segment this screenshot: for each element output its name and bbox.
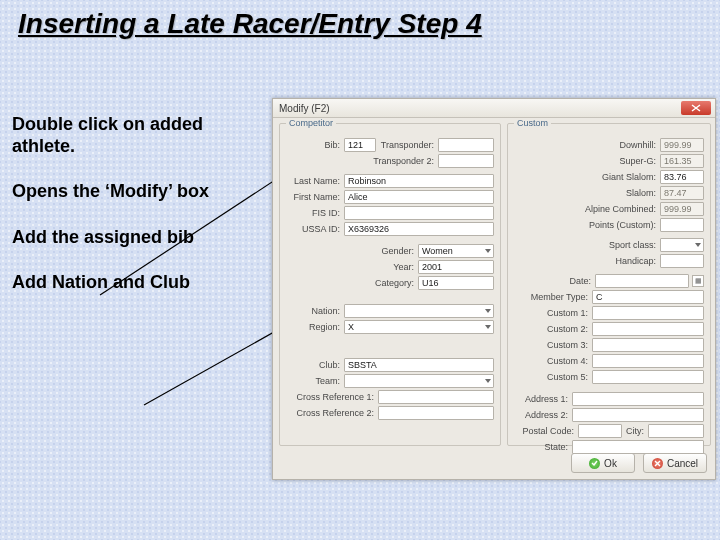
state-input[interactable] <box>572 440 704 454</box>
crossref2-label: Cross Reference 2: <box>288 408 378 418</box>
close-button[interactable] <box>681 101 711 115</box>
custom5-input[interactable] <box>592 370 704 384</box>
gs-label: Giant Slalom: <box>584 172 660 182</box>
transponder2-label: Transponder 2: <box>288 156 438 166</box>
region-select[interactable]: X <box>344 320 494 334</box>
custom-group: Custom Downhill:999.99 Super-G:161.35 Gi… <box>507 118 711 446</box>
gender-label: Gender: <box>362 246 418 256</box>
crossref1-label: Cross Reference 1: <box>288 392 378 402</box>
custom1-label: Custom 1: <box>516 308 592 318</box>
custom1-input[interactable] <box>592 306 704 320</box>
cancel-label: Cancel <box>667 458 698 469</box>
transponder-input[interactable] <box>438 138 494 152</box>
custom2-input[interactable] <box>592 322 704 336</box>
ok-button[interactable]: Ok <box>571 453 635 473</box>
category-input[interactable]: U16 <box>418 276 494 290</box>
ok-label: Ok <box>604 458 617 469</box>
address2-input[interactable] <box>572 408 704 422</box>
date-label: Date: <box>519 276 595 286</box>
category-label: Category: <box>362 278 418 288</box>
pointscustom-label: Points (Custom): <box>584 220 660 230</box>
postal-input[interactable] <box>578 424 622 438</box>
year-label: Year: <box>362 262 418 272</box>
instruction-3: Add the assigned bib <box>12 227 252 249</box>
ussaid-label: USSA ID: <box>288 224 344 234</box>
ac-label: Alpine Combined: <box>584 204 660 214</box>
bib-label: Bib: <box>288 140 344 150</box>
instruction-list: Double click on added athlete. Opens the… <box>12 114 252 318</box>
club-label: Club: <box>288 360 344 370</box>
membertype-input[interactable]: C <box>592 290 704 304</box>
transponder2-input[interactable] <box>438 154 494 168</box>
year-input[interactable]: 2001 <box>418 260 494 274</box>
sportclass-label: Sport class: <box>584 240 660 250</box>
custom5-label: Custom 5: <box>516 372 592 382</box>
slalom-label: Slalom: <box>584 188 660 198</box>
membertype-label: Member Type: <box>516 292 592 302</box>
address2-label: Address 2: <box>516 410 572 420</box>
handicap-input[interactable] <box>660 254 704 268</box>
team-label: Team: <box>288 376 344 386</box>
checkmark-icon <box>589 458 600 469</box>
modify-dialog: Modify (F2) Competitor Bib:121Transponde… <box>272 98 716 480</box>
postal-label: Postal Code: <box>522 426 578 436</box>
fisid-label: FIS ID: <box>288 208 344 218</box>
sportclass-select[interactable] <box>660 238 704 252</box>
instruction-2: Opens the ‘Modify’ box <box>12 181 252 203</box>
cancel-button[interactable]: Cancel <box>643 453 707 473</box>
date-input[interactable] <box>595 274 689 288</box>
instruction-1: Double click on added athlete. <box>12 114 252 157</box>
city-input[interactable] <box>648 424 704 438</box>
crossref2-input[interactable] <box>378 406 494 420</box>
custom4-input[interactable] <box>592 354 704 368</box>
dialog-titlebar[interactable]: Modify (F2) <box>273 99 715 118</box>
slide-title: Inserting a Late Racer/Entry Step 4 <box>18 8 482 40</box>
close-icon <box>691 104 701 112</box>
transponder-label: Transponder: <box>376 140 438 150</box>
nation-select[interactable] <box>344 304 494 318</box>
calendar-icon[interactable]: ▦ <box>692 275 704 287</box>
city-label: City: <box>622 426 648 436</box>
competitor-legend: Competitor <box>286 118 336 128</box>
firstname-input[interactable]: Alice <box>344 190 494 204</box>
team-select[interactable] <box>344 374 494 388</box>
ussaid-input[interactable]: X6369326 <box>344 222 494 236</box>
address1-label: Address 1: <box>516 394 572 404</box>
custom3-label: Custom 3: <box>516 340 592 350</box>
region-label: Region: <box>288 322 344 332</box>
downhill-input[interactable]: 999.99 <box>660 138 704 152</box>
fisid-input[interactable] <box>344 206 494 220</box>
club-input[interactable]: SBSTA <box>344 358 494 372</box>
superg-label: Super-G: <box>584 156 660 166</box>
handicap-label: Handicap: <box>584 256 660 266</box>
competitor-group: Competitor Bib:121Transponder: Transpond… <box>279 118 501 446</box>
superg-input[interactable]: 161.35 <box>660 154 704 168</box>
custom3-input[interactable] <box>592 338 704 352</box>
dialog-buttons: Ok Cancel <box>571 453 707 473</box>
nation-label: Nation: <box>288 306 344 316</box>
crossref1-input[interactable] <box>378 390 494 404</box>
dialog-title: Modify (F2) <box>279 103 330 114</box>
custom-legend: Custom <box>514 118 551 128</box>
lastname-input[interactable]: Robinson <box>344 174 494 188</box>
address1-input[interactable] <box>572 392 704 406</box>
ac-input[interactable]: 999.99 <box>660 202 704 216</box>
pointscustom-input[interactable] <box>660 218 704 232</box>
instruction-4: Add Nation and Club <box>12 272 252 294</box>
bib-input[interactable]: 121 <box>344 138 376 152</box>
custom2-label: Custom 2: <box>516 324 592 334</box>
slalom-input[interactable]: 87.47 <box>660 186 704 200</box>
lastname-label: Last Name: <box>288 176 344 186</box>
downhill-label: Downhill: <box>584 140 660 150</box>
firstname-label: First Name: <box>288 192 344 202</box>
cancel-icon <box>652 458 663 469</box>
gender-select[interactable]: Women <box>418 244 494 258</box>
gs-input[interactable]: 83.76 <box>660 170 704 184</box>
custom4-label: Custom 4: <box>516 356 592 366</box>
state-label: State: <box>516 442 572 452</box>
